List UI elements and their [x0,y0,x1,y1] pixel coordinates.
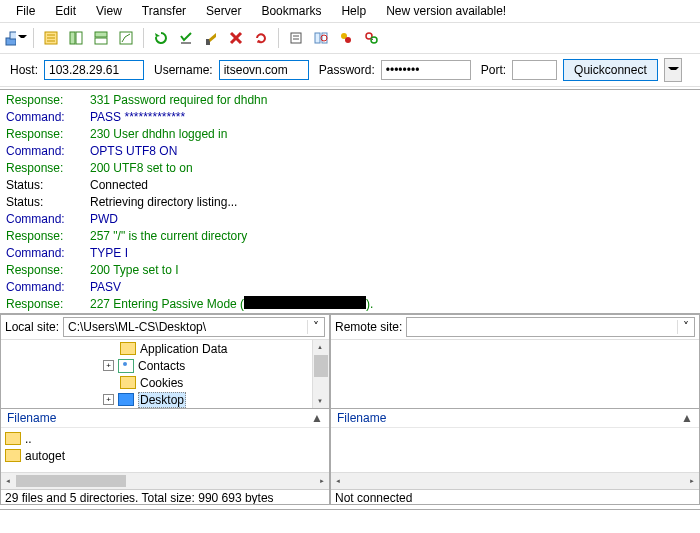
sync-browse-button[interactable] [334,26,358,50]
host-input[interactable] [44,60,144,80]
local-path-text: C:\Users\ML-CS\Desktop\ [64,320,307,334]
menu-transfer[interactable]: Transfer [132,2,196,20]
scroll-left-icon[interactable]: ◄ [1,474,15,488]
log-line: Command:TYPE I [6,245,694,262]
local-pane: Local site: C:\Users\ML-CS\Desktop\ ˅ Ap… [0,315,330,505]
remote-path-combo[interactable]: ˅ [406,317,695,337]
desktop-icon [118,393,134,406]
menu-bar: File Edit View Transfer Server Bookmarks… [0,0,700,23]
log-line: Response:257 "/" is the current director… [6,228,694,245]
scroll-up-icon[interactable]: ▲ [681,411,693,425]
list-item[interactable]: autoget [5,447,325,464]
list-item[interactable]: .. [5,430,325,447]
toggle-local-tree-button[interactable] [64,26,88,50]
file-panes: Local site: C:\Users\ML-CS\Desktop\ ˅ Ap… [0,314,700,505]
host-label: Host: [10,63,38,77]
log-line: Command:PASV [6,279,694,296]
local-status: 29 files and 5 directories. Total size: … [1,489,329,504]
log-line: Command:PWD [6,211,694,228]
password-label: Password: [319,63,375,77]
filter-button[interactable] [284,26,308,50]
local-site-label: Local site: [5,320,59,334]
horizontal-scrollbar[interactable]: ◄ ► [1,472,329,489]
log-line: Response:331 Password required for dhdhn [6,92,694,109]
scroll-thumb[interactable] [16,475,126,487]
local-tree[interactable]: Application Data+ContactsCookies+Desktop [1,340,312,408]
remote-site-label: Remote site: [335,320,402,334]
chevron-down-icon [18,35,27,41]
menu-help[interactable]: Help [331,2,376,20]
username-label: Username: [154,63,213,77]
log-line: Command:OPTS UTF8 ON [6,143,694,160]
folder-icon [120,376,136,389]
tree-item[interactable]: Application Data [103,340,310,357]
port-label: Port: [481,63,506,77]
site-manager-button[interactable] [4,26,28,50]
remote-pane: Remote site: ˅ Filename ▲ ◄ ► Not connec… [330,315,700,505]
menu-view[interactable]: View [86,2,132,20]
menu-file[interactable]: File [6,2,45,20]
local-path-combo[interactable]: C:\Users\ML-CS\Desktop\ ˅ [63,317,325,337]
log-line: Command:PASS ************* [6,109,694,126]
scroll-thumb[interactable] [314,355,328,377]
parent-folder-icon [5,432,21,445]
expander-icon[interactable]: + [103,394,114,405]
svg-rect-9 [95,38,107,44]
search-button[interactable] [359,26,383,50]
remote-file-list[interactable] [331,428,699,472]
refresh-button[interactable] [149,26,173,50]
menu-bookmarks[interactable]: Bookmarks [251,2,331,20]
contacts-icon [118,359,134,373]
menu-server[interactable]: Server [196,2,251,20]
menu-new-version[interactable]: New version available! [376,2,516,20]
log-line: Response:227 Entering Passive Mode (). [6,296,694,313]
scroll-down-icon[interactable]: ▼ [313,394,327,408]
directory-compare-button[interactable] [309,26,333,50]
username-input[interactable] [219,60,309,80]
tree-item[interactable]: +Contacts [103,357,310,374]
remote-file-header[interactable]: Filename ▲ [331,409,699,428]
port-input[interactable] [512,60,557,80]
horizontal-scrollbar[interactable]: ◄ ► [331,472,699,489]
toggle-remote-tree-button[interactable] [89,26,113,50]
toggle-log-button[interactable] [39,26,63,50]
log-line: Response:200 UTF8 set to on [6,160,694,177]
vertical-scrollbar[interactable]: ▲ ▼ [312,340,329,408]
svg-rect-7 [76,32,82,44]
tree-item[interactable]: Cookies [103,374,310,391]
svg-rect-19 [322,33,327,43]
scroll-right-icon[interactable]: ► [315,474,329,488]
process-queue-button[interactable] [174,26,198,50]
toolbar [0,23,700,54]
scroll-right-icon[interactable]: ► [685,474,699,488]
remote-tree[interactable] [331,340,699,408]
svg-point-22 [345,37,351,43]
log-line: Response:200 Type set to I [6,262,694,279]
local-file-list[interactable]: ..autoget [1,428,329,472]
transfer-queue-divider [0,509,700,520]
local-file-header[interactable]: Filename ▲ [1,409,329,428]
svg-rect-1 [10,32,16,39]
expander-icon[interactable]: + [103,360,114,371]
reconnect-button[interactable] [249,26,273,50]
chevron-down-icon [668,67,679,73]
disconnect-button[interactable] [224,26,248,50]
cancel-button[interactable] [199,26,223,50]
tree-item[interactable]: +Desktop [103,391,310,408]
toggle-queue-button[interactable] [114,26,138,50]
svg-rect-15 [291,33,301,43]
chevron-down-icon[interactable]: ˅ [677,320,694,334]
svg-rect-10 [120,32,132,44]
scroll-up-icon[interactable]: ▲ [313,340,327,354]
message-log[interactable]: Response:331 Password required for dhdhn… [0,89,700,314]
chevron-down-icon[interactable]: ˅ [307,320,324,334]
password-input[interactable] [381,60,471,80]
scroll-left-icon[interactable]: ◄ [331,474,345,488]
menu-edit[interactable]: Edit [45,2,86,20]
quickconnect-dropdown[interactable] [664,58,682,82]
svg-rect-18 [315,33,320,43]
log-line: Response:230 User dhdhn logged in [6,126,694,143]
scroll-up-icon[interactable]: ▲ [311,411,323,425]
svg-rect-11 [181,42,191,44]
quickconnect-button[interactable]: Quickconnect [563,59,658,81]
